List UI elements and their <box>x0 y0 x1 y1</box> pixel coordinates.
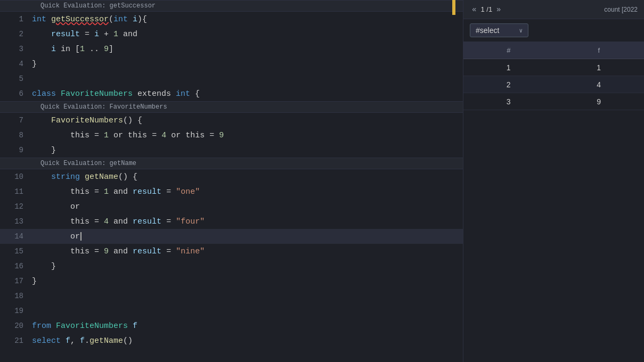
line-content-2: result = i + 1 and <box>32 27 463 42</box>
line-content-3: i in [1 .. 9] <box>32 42 463 57</box>
line-num-6: 6 <box>0 86 32 101</box>
line-content-15: this = 9 and result = "nine" <box>32 244 463 259</box>
quick-eval-getname: Quick Evaluation: getName <box>0 158 463 169</box>
line-num-10: 10 <box>0 169 32 184</box>
line-content-19 <box>32 304 463 319</box>
line-content-1: int getSuccessor(int i){ <box>32 12 463 27</box>
line-num-18: 18 <box>0 289 32 303</box>
code-line-14: 14 or <box>0 229 463 244</box>
cell-row2-col1: 2 <box>463 80 554 89</box>
code-line-9: 9 } <box>0 143 463 158</box>
table-header: # f <box>463 42 644 59</box>
line-num-14: 14 <box>0 229 32 244</box>
column-header-hash: # <box>463 46 554 54</box>
line-content-18 <box>32 289 463 304</box>
line-num-11: 11 <box>0 184 32 199</box>
table-row: 1 1 <box>463 59 644 76</box>
line-content-7: FavoriteNumbers() { <box>32 113 463 128</box>
line-content-4: } <box>32 57 463 72</box>
prev-page-button[interactable]: « <box>470 4 478 15</box>
cell-row3-col1: 3 <box>463 97 554 106</box>
cell-row3-col2: 9 <box>554 97 645 106</box>
pagination-controls[interactable]: « 1 /1 » <box>470 4 503 15</box>
line-num-4: 4 <box>0 56 32 71</box>
line-num-8: 8 <box>0 128 32 143</box>
line-num-12: 12 <box>0 199 32 214</box>
cell-row1-col1: 1 <box>463 63 554 72</box>
line-content-5 <box>32 72 463 87</box>
chevron-down-icon: ∨ <box>519 27 523 34</box>
line-num-15: 15 <box>0 244 32 259</box>
line-content-20: from FavoriteNumbers f <box>32 319 463 334</box>
line-num-1: 1 <box>0 12 32 27</box>
cell-row2-col2: 4 <box>554 80 645 89</box>
quick-eval-label-gn: Quick Evaluation: getName <box>40 158 136 169</box>
line-content-11: this = 1 and result = "one" <box>32 185 463 200</box>
select-label: #select <box>476 26 517 35</box>
table-row: 3 9 <box>463 93 644 110</box>
line-num-20: 20 <box>0 318 32 333</box>
code-line-17: 17 } <box>0 274 463 289</box>
line-num-13: 13 <box>0 214 32 229</box>
code-line-3: 3 i in [1 .. 9] <box>0 42 463 56</box>
line-num-16: 16 <box>0 259 32 274</box>
select-bar: #select ∨ <box>463 19 644 42</box>
code-line-2: 2 result = i + 1 and <box>0 27 463 42</box>
line-num-17: 17 <box>0 274 32 289</box>
code-line-12: 12 or <box>0 199 463 214</box>
line-content-17: } <box>32 274 463 289</box>
table-row: 2 4 <box>463 76 644 93</box>
right-panel: « 1 /1 » count [2022 #select ∨ # f 1 1 2… <box>463 0 644 362</box>
code-line-19: 19 <box>0 303 463 318</box>
result-count: count [2022 <box>604 6 638 13</box>
line-content-14: or <box>32 229 463 244</box>
line-content-16: } <box>32 259 463 274</box>
code-line-6: 6 class FavoriteNumbers extends int { <box>0 86 463 101</box>
line-content-6: class FavoriteNumbers extends int { <box>32 87 463 102</box>
next-page-button[interactable]: » <box>494 4 503 15</box>
quick-eval-label-fn: Quick Evaluation: FavoriteNumbers <box>40 101 167 113</box>
code-line-21: 21 select f, f.getName() <box>0 333 463 348</box>
page-number: 1 <box>480 5 484 13</box>
code-editor: Quick Evaluation: getSuccessor 1 int get… <box>0 0 463 362</box>
quick-eval-favoritenumbers: Quick Evaluation: FavoriteNumbers <box>0 101 463 113</box>
quick-eval-label: Quick Evaluation: getSuccessor <box>40 0 156 12</box>
code-line-11: 11 this = 1 and result = "one" <box>0 184 463 199</box>
cell-row1-col2: 1 <box>554 63 645 72</box>
code-line-7: 7 FavoriteNumbers() { <box>0 113 463 128</box>
results-table: # f 1 1 2 4 3 9 <box>463 42 644 362</box>
code-line-15: 15 this = 9 and result = "nine" <box>0 244 463 259</box>
line-content-13: this = 4 and result = "four" <box>32 215 463 229</box>
scroll-indicator <box>452 0 455 15</box>
line-num-3: 3 <box>0 42 32 56</box>
line-num-19: 19 <box>0 303 32 318</box>
line-content-9: } <box>32 143 463 158</box>
code-line-5: 5 <box>0 71 463 86</box>
results-nav: « 1 /1 » count [2022 <box>463 0 644 19</box>
quick-eval-getsuccessor: Quick Evaluation: getSuccessor <box>0 0 463 12</box>
line-num-7: 7 <box>0 113 32 128</box>
line-content-8: this = 1 or this = 4 or this = 9 <box>32 128 463 143</box>
code-line-4: 4 } <box>0 56 463 71</box>
page-total: /1 <box>486 5 492 13</box>
line-num-9: 9 <box>0 143 32 158</box>
code-line-8: 8 this = 1 or this = 4 or this = 9 <box>0 128 463 143</box>
code-line-13: 13 this = 4 and result = "four" <box>0 214 463 229</box>
line-num-21: 21 <box>0 333 32 348</box>
code-line-16: 16 } <box>0 259 463 274</box>
line-content-10: string getName() { <box>32 170 463 185</box>
code-line-18: 18 <box>0 289 463 303</box>
column-header-f: f <box>554 46 645 54</box>
line-num-2: 2 <box>0 27 32 42</box>
line-num-5: 5 <box>0 71 32 86</box>
line-content-12: or <box>32 200 463 215</box>
select-dropdown[interactable]: #select ∨ <box>470 23 528 37</box>
code-line-20: 20 from FavoriteNumbers f <box>0 318 463 333</box>
code-line-1: 1 int getSuccessor(int i){ <box>0 12 463 27</box>
line-content-21: select f, f.getName() <box>32 334 463 349</box>
code-line-10: 10 string getName() { <box>0 169 463 184</box>
current-page: 1 /1 <box>480 5 492 13</box>
